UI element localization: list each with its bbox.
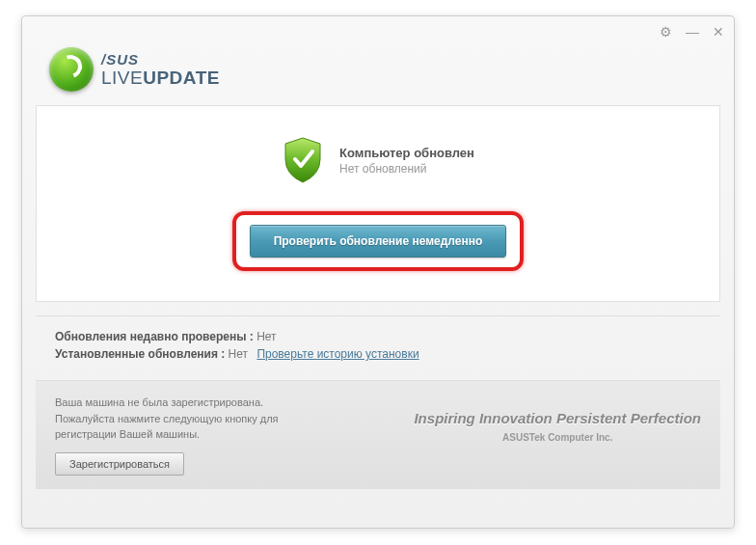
installed-label: Установленные обновления : (55, 347, 225, 361)
header: /SUS LIVEUPDATE (22, 47, 734, 105)
app-window: ⚙ — ✕ /SUS LIVEUPDATE (21, 15, 735, 529)
product-name: LIVEUPDATE (101, 68, 220, 89)
status-row: Компьютер обновлен Нет обновлений (282, 136, 474, 184)
status-title: Компьютер обновлен (339, 146, 474, 160)
shield-icon (282, 136, 324, 184)
status-subtitle: Нет обновлений (339, 162, 474, 176)
company-name: ASUSTek Computer Inc. (414, 432, 701, 443)
recent-value: Нет (256, 330, 276, 343)
installed-value: Нет (229, 347, 248, 361)
slogan: Inspiring Innovation Persistent Perfecti… (414, 410, 701, 426)
reg-text-1: Ваша машина не была зарегистрирована. (55, 395, 279, 411)
branding-block: Inspiring Innovation Persistent Perfecti… (414, 395, 701, 443)
footer: Ваша машина не была зарегистрирована. По… (36, 380, 720, 489)
gear-icon[interactable]: ⚙ (660, 24, 672, 40)
logo-icon (49, 47, 94, 92)
minimize-icon[interactable]: — (686, 24, 699, 40)
installed-row: Установленные обновления : Нет Проверьте… (55, 347, 701, 361)
recent-check-row: Обновления недавно проверены : Нет (55, 330, 701, 343)
registration-block: Ваша машина не была зарегистрирована. По… (55, 395, 279, 476)
history-link[interactable]: Проверьте историю установки (256, 347, 418, 361)
check-update-button[interactable]: Проверить обновление немедленно (250, 225, 507, 258)
highlight-box: Проверить обновление немедленно (232, 211, 525, 271)
reg-text-3: регистрации Вашей машины. (55, 426, 279, 443)
logo-text: /SUS LIVEUPDATE (101, 51, 220, 89)
titlebar: ⚙ — ✕ (22, 16, 734, 47)
info-block: Обновления недавно проверены : Нет Устан… (36, 315, 720, 374)
register-button[interactable]: Зарегистрироваться (55, 452, 184, 476)
reg-text-2: Пожалуйста нажмите следующую кнопку для (55, 411, 279, 427)
recent-label: Обновления недавно проверены : (55, 330, 254, 343)
brand-name: /SUS (101, 51, 220, 68)
main-panel: Компьютер обновлен Нет обновлений Провер… (36, 105, 720, 302)
close-icon[interactable]: ✕ (713, 24, 724, 40)
status-text: Компьютер обновлен Нет обновлений (339, 146, 474, 176)
